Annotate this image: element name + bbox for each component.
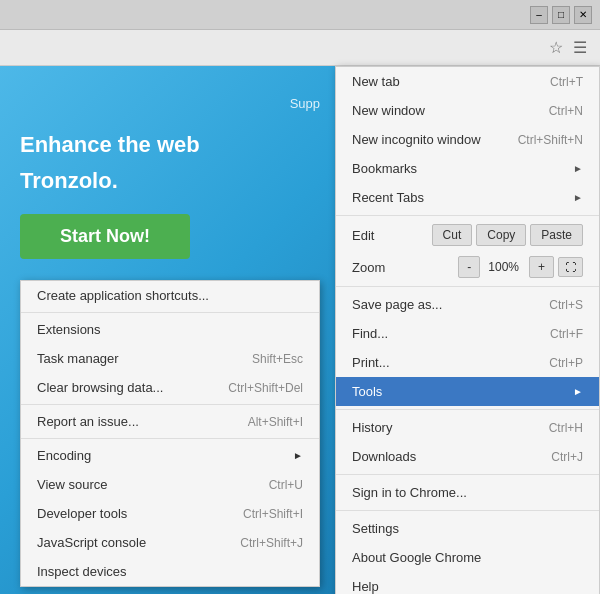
- copy-button[interactable]: Copy: [476, 224, 526, 246]
- dd-downloads[interactable]: Downloads Ctrl+J: [336, 442, 599, 471]
- dd-history[interactable]: History Ctrl+H: [336, 413, 599, 442]
- star-icon[interactable]: ☆: [544, 36, 568, 60]
- zoom-fullscreen-button[interactable]: ⛶: [558, 257, 583, 277]
- dd-bookmarks[interactable]: Bookmarks ►: [336, 154, 599, 183]
- paste-button[interactable]: Paste: [530, 224, 583, 246]
- toolbar: ☆ ☰: [0, 30, 600, 66]
- dd-separator-3: [336, 409, 599, 410]
- dd-recent-tabs[interactable]: Recent Tabs ►: [336, 183, 599, 212]
- ctx-separator-2: [21, 404, 319, 405]
- dd-help[interactable]: Help: [336, 572, 599, 594]
- dd-separator-2: [336, 286, 599, 287]
- menu-icon[interactable]: ☰: [568, 36, 592, 60]
- dd-new-tab[interactable]: New tab Ctrl+T: [336, 67, 599, 96]
- zoom-value: 100%: [480, 257, 527, 277]
- dd-separator-1: [336, 215, 599, 216]
- dd-about[interactable]: About Google Chrome: [336, 543, 599, 572]
- edit-label: Edit: [352, 228, 428, 243]
- dd-signin[interactable]: Sign in to Chrome...: [336, 478, 599, 507]
- dd-new-incognito[interactable]: New incognito window Ctrl+Shift+N: [336, 125, 599, 154]
- dropdown-menu: New tab Ctrl+T New window Ctrl+N New inc…: [335, 66, 600, 594]
- close-button[interactable]: ✕: [574, 6, 592, 24]
- dd-separator-4: [336, 474, 599, 475]
- ctx-encoding[interactable]: Encoding ►: [21, 441, 319, 470]
- context-menu-left: Create application shortcuts... Extensio…: [20, 280, 320, 587]
- ctx-report-issue[interactable]: Report an issue... Alt+Shift+I: [21, 407, 319, 436]
- ctx-extensions[interactable]: Extensions: [21, 315, 319, 344]
- dd-separator-5: [336, 510, 599, 511]
- start-now-button[interactable]: Start Now!: [20, 214, 190, 259]
- ctx-inspect-devices[interactable]: Inspect devices: [21, 557, 319, 586]
- maximize-button[interactable]: □: [552, 6, 570, 24]
- ctx-task-manager[interactable]: Task manager Shift+Esc: [21, 344, 319, 373]
- dd-print[interactable]: Print... Ctrl+P: [336, 348, 599, 377]
- ctx-javascript-console[interactable]: JavaScript console Ctrl+Shift+J: [21, 528, 319, 557]
- title-bar: – □ ✕: [0, 0, 600, 30]
- dd-zoom-row: Zoom - 100% + ⛶: [336, 251, 599, 283]
- zoom-out-button[interactable]: -: [458, 256, 480, 278]
- ctx-developer-tools[interactable]: Developer tools Ctrl+Shift+I: [21, 499, 319, 528]
- ctx-view-source[interactable]: View source Ctrl+U: [21, 470, 319, 499]
- zoom-in-button[interactable]: +: [529, 256, 554, 278]
- browser-window: – □ ✕ ☆ ☰ Supp Enhance the web Tronzolo.…: [0, 0, 600, 594]
- dd-save-page[interactable]: Save page as... Ctrl+S: [336, 290, 599, 319]
- dd-tools[interactable]: Tools ►: [336, 377, 599, 406]
- dd-new-window[interactable]: New window Ctrl+N: [336, 96, 599, 125]
- dd-find[interactable]: Find... Ctrl+F: [336, 319, 599, 348]
- ctx-create-shortcuts[interactable]: Create application shortcuts...: [21, 281, 319, 310]
- ctx-separator-1: [21, 312, 319, 313]
- minimize-button[interactable]: –: [530, 6, 548, 24]
- dd-edit-row: Edit Cut Copy Paste: [336, 219, 599, 251]
- support-text: Supp: [20, 96, 320, 111]
- zoom-label: Zoom: [352, 260, 456, 275]
- ctx-separator-3: [21, 438, 319, 439]
- headline1: Enhance the web: [20, 131, 320, 160]
- ctx-clear-browsing[interactable]: Clear browsing data... Ctrl+Shift+Del: [21, 373, 319, 402]
- dd-settings[interactable]: Settings: [336, 514, 599, 543]
- cut-button[interactable]: Cut: [432, 224, 473, 246]
- headline2: Tronzolo.: [20, 168, 320, 194]
